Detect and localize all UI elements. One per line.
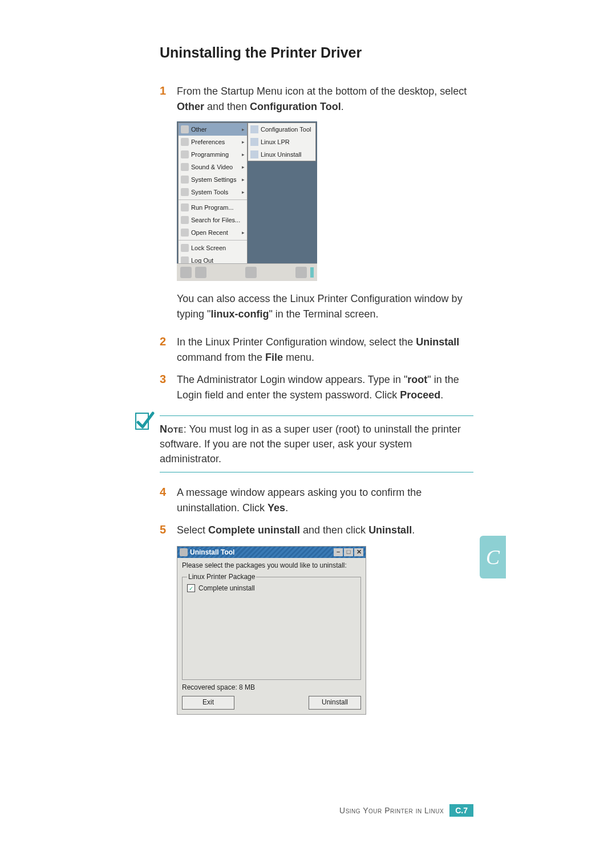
taskbar <box>177 263 317 281</box>
print-icon[interactable] <box>295 267 307 278</box>
step-1-followup: You can also access the Linux Printer Co… <box>177 291 473 322</box>
step-5: 5 Select Complete uninstall and then cli… <box>160 523 473 538</box>
note-rule <box>160 415 473 416</box>
page-number-badge: C.7 <box>449 804 473 817</box>
chevron-right-icon: ▸ <box>242 230 245 235</box>
menu-item-system-settings[interactable]: System Settings▸ <box>179 173 247 186</box>
chevron-right-icon: ▸ <box>242 189 245 195</box>
menu-item-open-recent[interactable]: Open Recent▸ <box>179 226 247 239</box>
menu-item-system-tools[interactable]: System Tools▸ <box>179 186 247 198</box>
lock-icon <box>181 244 189 252</box>
menu-item-run-program[interactable]: Run Program... <box>179 201 247 214</box>
tray-bar-icon <box>310 267 314 278</box>
complete-uninstall-checkbox[interactable]: ✓ Complete uninstall <box>187 584 356 592</box>
uninstall-button[interactable]: Uninstall <box>309 696 361 710</box>
step-number: 1 <box>160 84 177 97</box>
menu-item-preferences[interactable]: Preferences▸ <box>179 136 247 148</box>
search-icon <box>181 216 189 224</box>
app-icon <box>250 125 258 133</box>
chevron-right-icon: ▸ <box>242 177 245 182</box>
checkbox-icon: ✓ <box>187 584 195 592</box>
app-icon <box>250 150 258 158</box>
preferences-icon <box>181 138 189 146</box>
menu-separator <box>179 240 247 241</box>
menu-item-lock-screen[interactable]: Lock Screen <box>179 242 247 254</box>
app-icon <box>250 138 258 146</box>
tools-icon <box>181 188 189 196</box>
checkbox-label: Complete uninstall <box>198 584 255 592</box>
maximize-button[interactable]: □ <box>344 548 353 556</box>
step-text: Select Complete uninstall and then click… <box>177 523 415 538</box>
note-text: Note: You must log in as a super user (r… <box>160 422 473 466</box>
page-footer: Using Your Printer in Linux C.7 <box>339 804 473 817</box>
sound-icon <box>181 163 189 171</box>
menu-item-programming[interactable]: Programming▸ <box>179 148 247 161</box>
menu-item-search-files[interactable]: Search for Files... <box>179 214 247 226</box>
step-1: 1 From the Startup Menu icon at the bott… <box>160 84 473 115</box>
window-title: Uninstall Tool <box>190 548 234 556</box>
camera-icon[interactable] <box>245 267 257 278</box>
checkmark-note-icon <box>132 410 155 433</box>
programming-icon <box>181 150 189 158</box>
menu-separator <box>179 199 247 200</box>
screenshot-uninstall-tool: Uninstall Tool – □ ✕ Please select the p… <box>177 546 366 715</box>
menu-item-other[interactable]: Other▸ <box>179 123 247 136</box>
chevron-right-icon: ▸ <box>242 127 245 132</box>
step-number: 2 <box>160 335 177 348</box>
step-4: 4 A message window appears asking you to… <box>160 485 473 516</box>
folder-icon <box>181 125 189 133</box>
start-menu: Other▸ Preferences▸ Programming▸ Sound &… <box>178 123 248 267</box>
prompt-text: Please select the packages you would lik… <box>182 561 361 569</box>
step-text: A message window appears asking you to c… <box>177 485 473 516</box>
section-heading: Uninstalling the Printer Driver <box>160 44 473 61</box>
hat-icon[interactable] <box>180 267 192 278</box>
chevron-right-icon: ▸ <box>242 152 245 157</box>
footer-title: Using Your Printer in Linux <box>339 806 444 815</box>
submenu-item-config-tool[interactable]: Configuration Tool <box>248 123 315 136</box>
step-text: From the Startup Menu icon at the bottom… <box>177 84 473 115</box>
appendix-tab: C <box>480 536 506 578</box>
submenu-other: Configuration Tool Linux LPR Linux Unins… <box>248 123 316 161</box>
package-group: Linux Printer Package ✓ Complete uninsta… <box>182 573 361 680</box>
step-2: 2 In the Linux Printer Configuration win… <box>160 335 473 365</box>
group-legend: Linux Printer Package <box>187 573 256 581</box>
globe-icon[interactable] <box>195 267 206 278</box>
chevron-right-icon: ▸ <box>242 139 245 145</box>
step-3: 3 The Administrator Login window appears… <box>160 372 473 403</box>
submenu-item-linux-lpr[interactable]: Linux LPR <box>248 136 315 148</box>
exit-button[interactable]: Exit <box>182 696 234 710</box>
step-text: The Administrator Login window appears. … <box>177 372 473 403</box>
settings-icon <box>181 176 189 184</box>
screenshot-desktop-menu: Other▸ Preferences▸ Programming▸ Sound &… <box>177 121 317 281</box>
step-number: 3 <box>160 372 177 386</box>
note-block: Note: You must log in as a super user (r… <box>160 415 473 472</box>
menu-item-sound-video[interactable]: Sound & Video▸ <box>179 161 247 173</box>
note-rule <box>160 472 473 472</box>
chevron-right-icon: ▸ <box>242 164 245 170</box>
run-icon <box>181 203 189 211</box>
step-number: 4 <box>160 485 177 499</box>
recent-icon <box>181 229 189 237</box>
window-menu-icon[interactable] <box>180 548 188 556</box>
recovered-space-text: Recovered space: 8 MB <box>182 683 361 691</box>
submenu-item-linux-uninstall[interactable]: Linux Uninstall <box>248 148 315 161</box>
minimize-button[interactable]: – <box>334 548 343 556</box>
step-number: 5 <box>160 523 177 536</box>
step-text: In the Linux Printer Configuration windo… <box>177 335 473 365</box>
window-titlebar[interactable]: Uninstall Tool – □ ✕ <box>177 547 366 558</box>
close-button[interactable]: ✕ <box>354 548 363 556</box>
